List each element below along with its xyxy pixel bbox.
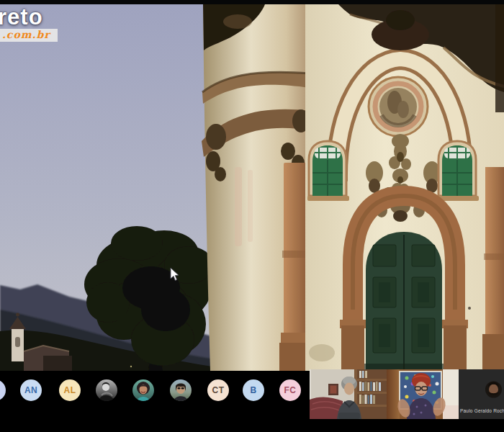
avatar-initials: B bbox=[250, 385, 256, 395]
video-tile-red-haired-woman[interactable] bbox=[387, 369, 459, 419]
bw-portrait-photo bbox=[96, 379, 117, 401]
logo-watermark: reto .com.br bbox=[0, 6, 58, 42]
video-tile-paulo[interactable]: Paulo Geraldo Rocha bbox=[459, 369, 504, 419]
avatar-initials: AN bbox=[24, 385, 37, 395]
logo-text: reto bbox=[0, 6, 58, 28]
main-video-tile[interactable]: reto .com.br bbox=[0, 0, 504, 371]
avatar-circle-photo-bw-man[interactable] bbox=[96, 379, 117, 401]
avatar-circle-photo-woman-sunglasses[interactable] bbox=[170, 379, 192, 401]
avatar-circle-partial[interactable] bbox=[0, 379, 6, 401]
avatar-initials: CT bbox=[212, 385, 225, 395]
avatar-circle-an[interactable]: AN bbox=[20, 379, 42, 401]
avatar-circle-b[interactable]: B bbox=[243, 379, 264, 401]
color-portrait-photo bbox=[132, 379, 154, 401]
outdoor-portrait-photo bbox=[170, 379, 192, 401]
avatar-initials: FC bbox=[284, 385, 297, 395]
video-preview-1 bbox=[310, 369, 387, 419]
logo-domain-text: .com.br bbox=[0, 29, 58, 42]
avatar-initials: AL bbox=[64, 385, 76, 395]
avatar-circle-ct[interactable]: CT bbox=[207, 379, 229, 401]
participant-name-label: Paulo Geraldo Rocha bbox=[460, 408, 504, 413]
video-conference-window: reto .com.br AN AL bbox=[0, 0, 504, 432]
mouse-cursor-icon bbox=[170, 267, 180, 282]
avatar-circle-fc[interactable]: FC bbox=[279, 379, 301, 401]
participants-bar: AN AL bbox=[0, 371, 504, 432]
church-scene-image bbox=[0, 0, 504, 371]
avatar-circle-al[interactable]: AL bbox=[59, 379, 81, 401]
avatar-circle-photo-woman-smiling[interactable] bbox=[132, 379, 154, 401]
video-preview-2 bbox=[387, 369, 459, 419]
video-tile-gray-haired-woman[interactable] bbox=[310, 369, 387, 419]
